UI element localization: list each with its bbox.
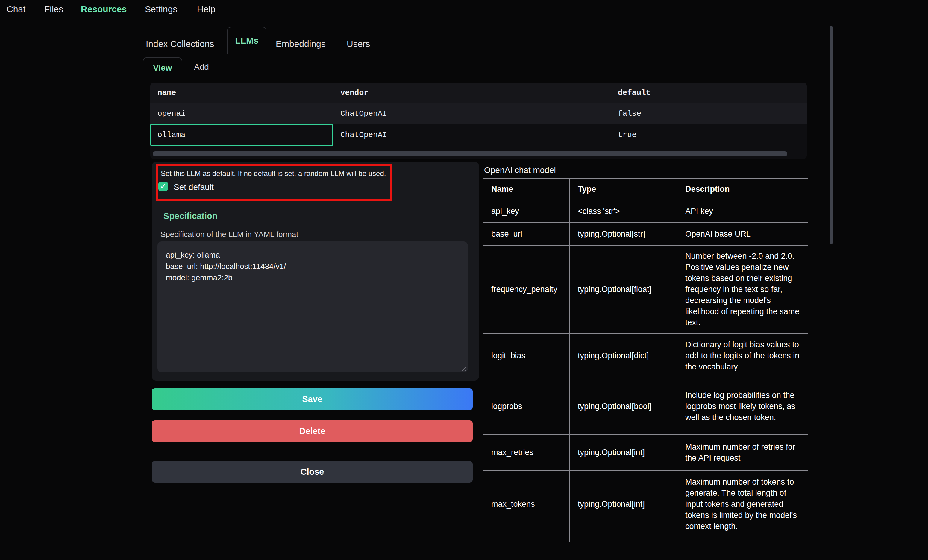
param-description: Maximum number of tokens to generate. Th…	[677, 470, 808, 538]
red-annotation-box	[156, 164, 392, 201]
param-type: typing.Optional[float]	[570, 246, 677, 333]
param-type: typing.Optional[int]	[570, 470, 677, 538]
tab-index-collections[interactable]: Index Collections	[146, 39, 214, 49]
horizontal-scrollbar-thumb[interactable]	[153, 151, 787, 156]
table-row[interactable]: openai ChatOpenAI false	[150, 103, 807, 124]
table-row: api_key <class 'str'> API key	[483, 200, 808, 222]
nav-item-files[interactable]: Files	[44, 4, 63, 14]
close-button[interactable]: Close	[152, 461, 473, 482]
llm-list-table: name vendor default openai ChatOpenAI fa…	[150, 82, 807, 159]
param-type	[570, 538, 677, 542]
table-row: logit_bias typing.Optional[dict] Diction…	[483, 333, 808, 378]
param-description: API key	[677, 200, 808, 222]
app-root: Chat Files Resources Settings Help Index…	[0, 0, 928, 560]
llm-cell-name-selected[interactable]: ollama	[150, 124, 333, 146]
param-description	[677, 538, 808, 542]
subtab-view-active[interactable]: View	[143, 58, 182, 78]
llm-col-default: default	[611, 82, 807, 103]
model-schema-table: Name Type Description api_key <class 'st…	[483, 178, 808, 542]
llm-table-header: name vendor default	[150, 82, 807, 103]
vertical-scrollbar-thumb[interactable]	[830, 26, 832, 244]
model-col-type: Type	[570, 178, 677, 200]
tab-embeddings[interactable]: Embeddings	[276, 39, 326, 49]
param-description: Include log probabilities on the logprob…	[677, 378, 808, 434]
param-type: typing.Optional[int]	[570, 434, 677, 470]
param-description: Number between -2.0 and 2.0. Positive va…	[677, 246, 808, 333]
nav-item-chat[interactable]: Chat	[6, 4, 26, 14]
nav-item-help[interactable]: Help	[197, 4, 215, 14]
param-name: logit_bias	[483, 333, 570, 378]
table-row: base_url typing.Optional[str] OpenAI bas…	[483, 222, 808, 246]
table-row: logprobs typing.Optional[bool] Include l…	[483, 378, 808, 434]
llm-col-name: name	[150, 82, 333, 103]
llm-cell-vendor[interactable]: ChatOpenAI	[333, 103, 611, 124]
param-description: OpenAI base URL	[677, 222, 808, 246]
specification-heading: Specification	[163, 211, 218, 221]
param-name: base_url	[483, 222, 570, 246]
model-panel-title: OpenAI chat model	[484, 166, 556, 175]
table-row: max_retries typing.Optional[int] Maximum…	[483, 434, 808, 470]
subtab-add[interactable]: Add	[194, 62, 209, 72]
param-description: Maximum number of retries for the API re…	[677, 434, 808, 470]
tab-users[interactable]: Users	[346, 39, 370, 49]
param-name: logprobs	[483, 378, 570, 434]
param-name: frequency_penalty	[483, 246, 570, 333]
model-col-description: Description	[677, 178, 808, 200]
param-name: api_key	[483, 200, 570, 222]
table-row: max_tokens typing.Optional[int] Maximum …	[483, 470, 808, 538]
llm-col-vendor: vendor	[333, 82, 611, 103]
param-name	[483, 538, 570, 542]
param-name: max_tokens	[483, 470, 570, 538]
param-type: <class 'str'>	[570, 200, 677, 222]
param-type: typing.Optional[str]	[570, 222, 677, 246]
table-row-partial	[483, 538, 808, 542]
table-row-selected[interactable]: ollama ChatOpenAI true	[150, 124, 807, 146]
save-button[interactable]: Save	[152, 388, 473, 410]
model-table-header: Name Type Description	[483, 178, 808, 200]
param-type: typing.Optional[bool]	[570, 378, 677, 434]
table-row: frequency_penalty typing.Optional[float]…	[483, 246, 808, 333]
param-type: typing.Optional[dict]	[570, 333, 677, 378]
param-description: Dictionary of logit bias values to add t…	[677, 333, 808, 378]
model-table-container: Name Type Description api_key <class 'st…	[483, 178, 810, 542]
specification-yaml-input[interactable]: api_key: ollama base_url: http://localho…	[157, 241, 468, 373]
llm-cell-vendor[interactable]: ChatOpenAI	[333, 124, 611, 146]
llm-cell-default[interactable]: true	[611, 124, 807, 146]
nav-item-resources[interactable]: Resources	[81, 4, 127, 14]
model-col-name: Name	[483, 178, 570, 200]
specification-caption: Specification of the LLM in YAML format	[160, 230, 298, 239]
delete-button[interactable]: Delete	[152, 420, 473, 442]
tab-llms-active[interactable]: LLMs	[227, 27, 266, 54]
llm-cell-default[interactable]: false	[611, 103, 807, 124]
nav-item-settings[interactable]: Settings	[145, 4, 177, 14]
param-name: max_retries	[483, 434, 570, 470]
llm-cell-name[interactable]: openai	[150, 103, 333, 124]
